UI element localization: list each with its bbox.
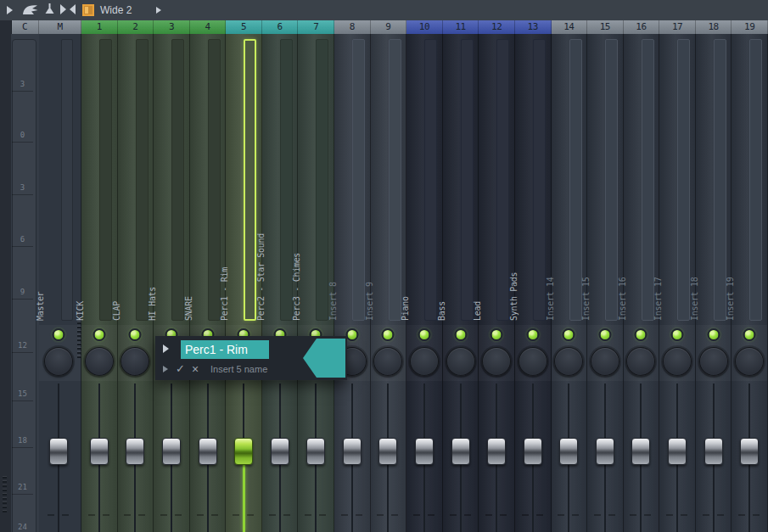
volume-fader[interactable]	[271, 438, 289, 465]
volume-fader[interactable]	[162, 438, 181, 465]
mute-led[interactable]	[707, 328, 720, 341]
mute-led[interactable]	[635, 328, 647, 341]
volume-fader[interactable]	[234, 438, 253, 465]
mixer-strip-16[interactable]: Insert 16	[624, 34, 660, 532]
pan-knob[interactable]	[735, 347, 764, 376]
mixer-strip-18[interactable]: Insert 18	[696, 34, 732, 532]
mixer-strip-3[interactable]: HI Hats	[154, 34, 190, 532]
volume-fader[interactable]	[631, 438, 650, 465]
pan-knob[interactable]	[699, 347, 728, 376]
hand-cursor-icon[interactable]	[22, 3, 39, 16]
volume-fader[interactable]	[415, 438, 434, 465]
track-header-4[interactable]: 4	[190, 20, 227, 34]
volume-fader[interactable]	[306, 438, 325, 465]
volume-fader[interactable]	[487, 438, 506, 465]
volume-fader[interactable]	[199, 438, 217, 465]
mixer-strip-1[interactable]: KICK	[81, 34, 118, 532]
track-header-11[interactable]: 11	[443, 20, 479, 34]
mixer-strip-11[interactable]: Bass	[443, 34, 479, 532]
mute-led[interactable]	[454, 328, 467, 341]
track-header-8[interactable]: 8	[334, 20, 371, 34]
volume-fader[interactable]	[704, 438, 723, 465]
resize-grip[interactable]	[3, 475, 7, 512]
popup-arrow-icon[interactable]	[163, 344, 169, 353]
track-header-2[interactable]: 2	[118, 20, 154, 34]
pan-knob[interactable]	[446, 347, 475, 376]
menu-arrow-icon[interactable]	[7, 6, 13, 14]
pan-knob[interactable]	[85, 347, 114, 376]
volume-fader[interactable]	[49, 438, 68, 465]
mixer-strip-9[interactable]: Insert 9	[371, 34, 407, 532]
view-next-arrow-icon[interactable]	[156, 7, 161, 14]
volume-fader[interactable]	[668, 438, 687, 465]
mixer-strip-8[interactable]: Insert 8	[334, 34, 371, 532]
volume-fader[interactable]	[740, 438, 759, 465]
track-header-17[interactable]: 17	[659, 20, 696, 34]
volume-fader[interactable]	[451, 438, 470, 465]
mute-led[interactable]	[129, 328, 142, 341]
mixer-strip-14[interactable]: Insert 14	[552, 34, 588, 532]
hint-arrow-icon[interactable]	[163, 366, 168, 372]
track-header-18[interactable]: 18	[696, 20, 732, 34]
mute-led[interactable]	[598, 328, 611, 341]
mute-led[interactable]	[563, 328, 575, 341]
track-header-1[interactable]: 1	[81, 20, 118, 34]
mixer-strip-17[interactable]: Insert 17	[659, 34, 696, 532]
volume-fader[interactable]	[378, 438, 397, 465]
mixer-strip-10[interactable]: Piano	[406, 34, 443, 532]
track-color-tag[interactable]	[303, 339, 345, 378]
track-header-15[interactable]: 15	[587, 20, 624, 34]
track-header-3[interactable]: 3	[154, 20, 190, 34]
pan-knob[interactable]	[44, 347, 73, 376]
current-track-header[interactable]: C	[11, 20, 39, 34]
mute-led[interactable]	[418, 328, 430, 341]
mixer-strip-15[interactable]: Insert 15	[587, 34, 624, 532]
volume-fader[interactable]	[90, 438, 109, 465]
pan-knob[interactable]	[121, 347, 149, 376]
mute-led[interactable]	[53, 328, 65, 341]
collapse-icon[interactable]	[59, 3, 76, 15]
master-strip[interactable]: Master	[39, 34, 81, 532]
track-header-7[interactable]: 7	[298, 20, 334, 34]
volume-fader[interactable]	[596, 438, 614, 465]
mixer-strip-12[interactable]: Lead	[479, 34, 515, 532]
track-name-input[interactable]: Perc1 - Rim	[181, 340, 269, 359]
mixer-strip-7[interactable]: Perc3 - Chimes	[298, 34, 334, 532]
mute-led[interactable]	[345, 328, 358, 341]
mute-led[interactable]	[671, 328, 684, 341]
mixer-strip-19[interactable]: Insert 19	[732, 34, 768, 532]
volume-fader[interactable]	[126, 438, 144, 465]
mixer-strip-6[interactable]: Perc2 - Star Sound	[262, 34, 299, 532]
mute-led[interactable]	[526, 328, 539, 341]
mixer-strip-4[interactable]: SNARE	[190, 34, 227, 532]
track-header-5[interactable]: 5	[226, 20, 262, 34]
master-track-header[interactable]: M	[39, 20, 81, 34]
pan-knob[interactable]	[482, 347, 511, 376]
pan-knob[interactable]	[626, 347, 655, 376]
volume-fader[interactable]	[343, 438, 362, 465]
mute-led[interactable]	[743, 328, 756, 341]
pan-knob[interactable]	[373, 347, 402, 376]
track-header-10[interactable]: 10	[406, 20, 443, 34]
track-header-13[interactable]: 13	[515, 20, 552, 34]
track-header-16[interactable]: 16	[624, 20, 660, 34]
track-header-12[interactable]: 12	[479, 20, 515, 34]
mixer-strip-13[interactable]: Synth Pads	[515, 34, 552, 532]
view-preset-label[interactable]: Wide 2	[100, 4, 132, 16]
volume-fader[interactable]	[559, 438, 578, 465]
pan-knob[interactable]	[554, 347, 583, 376]
track-header-6[interactable]: 6	[262, 20, 299, 34]
track-header-19[interactable]: 19	[732, 20, 768, 34]
view-color-swatch[interactable]	[82, 4, 94, 16]
mute-led[interactable]	[491, 328, 503, 341]
pan-knob[interactable]	[663, 347, 692, 376]
track-header-14[interactable]: 14	[552, 20, 588, 34]
mixer-strip-5[interactable]: Perc1 - Rim	[226, 34, 262, 532]
pan-knob[interactable]	[519, 347, 547, 376]
confirm-icon[interactable]: ✓	[176, 362, 185, 376]
mixer-strip-2[interactable]: CLAP	[118, 34, 154, 532]
mute-led[interactable]	[92, 328, 105, 341]
volume-fader[interactable]	[524, 438, 542, 465]
cancel-icon[interactable]: ×	[192, 362, 199, 376]
pan-knob[interactable]	[410, 347, 439, 376]
